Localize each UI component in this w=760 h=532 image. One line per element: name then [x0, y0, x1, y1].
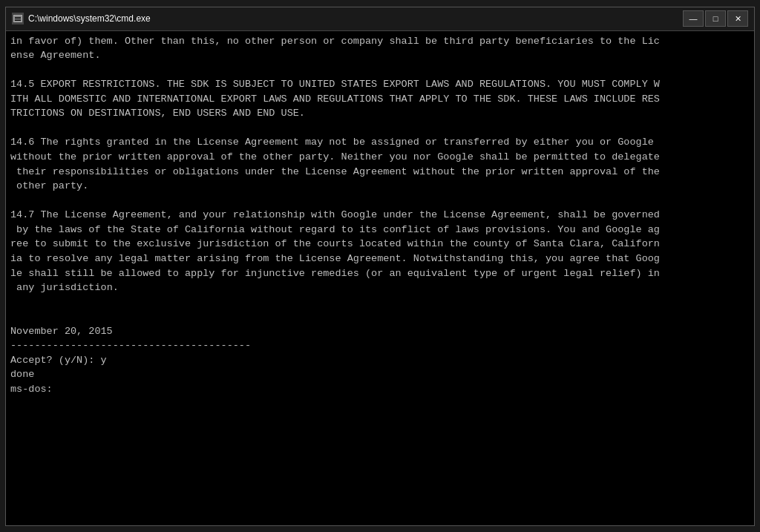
- title-bar: C:\windows\system32\cmd.exe — □ ✕: [6, 7, 754, 31]
- terminal-text: in favor of) them. Other than this, no o…: [10, 34, 750, 397]
- maximize-button[interactable]: □: [705, 10, 726, 27]
- window-title: C:\windows\system32\cmd.exe: [28, 13, 683, 24]
- terminal-output[interactable]: in favor of) them. Other than this, no o…: [6, 31, 754, 525]
- window-controls: — □ ✕: [683, 10, 748, 27]
- close-button[interactable]: ✕: [727, 10, 748, 27]
- cmd-icon: [12, 13, 24, 24]
- minimize-button[interactable]: —: [683, 10, 704, 27]
- cmd-window: C:\windows\system32\cmd.exe — □ ✕ in fav…: [5, 7, 755, 526]
